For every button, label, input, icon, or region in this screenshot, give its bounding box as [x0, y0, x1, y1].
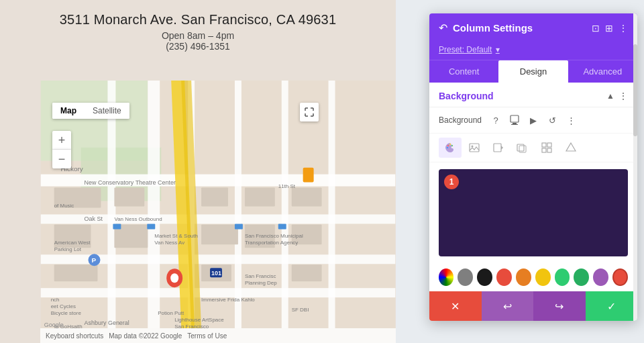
map-zoom-in-button[interactable]: + [52, 131, 71, 150]
preset-label[interactable]: Preset: Default [439, 45, 492, 54]
svg-text:eet Cycles: eet Cycles [51, 303, 76, 309]
color-swatch-rainbow[interactable] [439, 268, 453, 286]
bg-type-pattern[interactable] [535, 138, 558, 158]
tab-content[interactable]: Content [429, 60, 498, 83]
tab-bar: Content Design Advanced [429, 60, 637, 83]
svg-text:Bicycle store: Bicycle store [51, 310, 82, 316]
color-preview-area[interactable]: 1 [439, 169, 628, 256]
svg-rect-27 [292, 264, 322, 281]
svg-rect-20 [201, 188, 228, 207]
bg-cursor-icon[interactable]: ▶ [526, 113, 541, 128]
svg-text:Ashbury General: Ashbury General [85, 320, 129, 326]
svg-point-72 [472, 146, 474, 148]
color-swatch-black[interactable] [477, 268, 492, 286]
color-swatch-yellow[interactable] [535, 268, 551, 286]
svg-text:nch: nch [51, 297, 60, 303]
confirm-button[interactable]: ✓ [586, 291, 638, 321]
svg-text:Lighthouse ArtSpace: Lighthouse ArtSpace [174, 317, 224, 323]
svg-rect-73 [494, 144, 501, 152]
back-icon[interactable]: ↶ [439, 21, 447, 34]
fullscreen-icon [305, 107, 314, 117]
bg-type-slideshow[interactable] [511, 138, 534, 158]
svg-rect-77 [542, 143, 546, 147]
panel-title: Column Settings [453, 22, 533, 34]
map-attribution: Keyboard shortcuts Map data ©2022 Google… [40, 328, 396, 343]
panel-scrollbar[interactable] [633, 13, 637, 321]
svg-rect-23 [245, 188, 275, 207]
bg-type-mask[interactable] [559, 138, 582, 158]
map-type-map[interactable]: Map [52, 103, 85, 119]
color-swatch-dark-green[interactable] [574, 268, 589, 286]
svg-rect-66 [511, 124, 518, 125]
tab-design[interactable]: Design [498, 60, 568, 83]
section-collapse-icon[interactable]: ▲ [606, 91, 614, 101]
map-address: 3511 Monarch Ave. San Francisco, CA 4963… [0, 12, 396, 28]
map-data-text: Map data ©2022 Google [109, 332, 182, 340]
map-type-satellite[interactable]: Satellite [85, 103, 129, 119]
color-swatch-red[interactable] [496, 268, 512, 286]
svg-text:San Francisc: San Francisc [245, 273, 276, 279]
svg-rect-62 [303, 168, 314, 183]
map-zoom-out-button[interactable]: − [52, 150, 71, 168]
terms-link[interactable]: Terms of Use [187, 332, 227, 340]
section-title: Background [439, 91, 494, 101]
panel-title-area: ↶ Column Settings [439, 21, 533, 34]
svg-text:Google: Google [44, 322, 64, 328]
tab-advanced[interactable]: Advanced [568, 60, 637, 83]
panel-preset: Preset: Default ▾ [429, 42, 637, 60]
undo-button[interactable]: ↩ [482, 291, 534, 321]
bg-type-image[interactable] [463, 138, 486, 158]
more-panel-icon[interactable]: ⋮ [619, 23, 628, 34]
expand-panel-icon[interactable]: ⊞ [605, 23, 613, 34]
action-bar: ✕ ↩ ↪ ✓ [429, 291, 637, 321]
svg-text:Planning Dep: Planning Dep [245, 280, 277, 286]
map-type-control[interactable]: Map Satellite [52, 103, 129, 119]
bg-options-icon[interactable]: ⋮ [564, 113, 578, 128]
color-swatch-green[interactable] [555, 268, 570, 286]
svg-text:Van Ness Av: Van Ness Av [154, 240, 184, 246]
keyboard-shortcuts-link[interactable]: Keyboard shortcuts [46, 332, 103, 340]
svg-rect-58 [113, 224, 121, 229]
svg-rect-10 [235, 81, 241, 328]
color-preview-badge: 1 [444, 175, 459, 189]
bg-type-video[interactable] [487, 138, 510, 158]
map-zoom-controls: + − [52, 131, 71, 168]
bg-reset-icon[interactable]: ↺ [545, 113, 559, 128]
svg-marker-81 [566, 143, 576, 151]
svg-rect-60 [235, 224, 243, 229]
svg-text:San Francisco: San Francisco [174, 324, 209, 328]
fullscreen-panel-icon[interactable]: ⊡ [592, 23, 600, 34]
svg-rect-64 [511, 115, 519, 122]
svg-text:Transportation Agency: Transportation Agency [245, 240, 298, 246]
color-swatch-gray[interactable] [458, 268, 473, 286]
color-swatch-red2[interactable] [612, 268, 628, 286]
svg-rect-79 [542, 148, 546, 152]
svg-rect-11 [282, 81, 288, 328]
svg-point-69 [451, 145, 453, 146]
map-header: 3511 Monarch Ave. San Francisco, CA 4963… [0, 12, 396, 52]
svg-text:Market St & South: Market St & South [154, 233, 198, 239]
bg-type-color[interactable] [439, 138, 462, 158]
svg-point-67 [447, 145, 449, 146]
color-swatch-purple[interactable] [593, 268, 608, 286]
section-more-icon[interactable]: ⋮ [619, 91, 628, 101]
svg-text:P: P [92, 256, 97, 264]
bg-help-icon[interactable]: ? [488, 113, 503, 128]
map-fullscreen-button[interactable] [300, 103, 319, 121]
svg-marker-74 [501, 146, 503, 150]
panel-scrollbar-thumb [633, 44, 637, 136]
redo-button[interactable]: ↪ [533, 291, 586, 321]
panel-header: ↶ Column Settings ⊡ ⊞ ⋮ [429, 13, 637, 42]
preset-chevron[interactable]: ▾ [496, 45, 500, 54]
svg-text:Parking Lot: Parking Lot [54, 246, 82, 252]
bg-device-icon[interactable] [507, 113, 522, 128]
svg-text:SF DBI: SF DBI [292, 307, 309, 313]
section-header-actions: ▲ ⋮ [606, 91, 628, 101]
bg-controls-row: Background ? ▶ ↺ ⋮ [429, 107, 637, 134]
svg-text:New Conservatory Theatre Cente: New Conservatory Theatre Center [85, 179, 176, 186]
svg-point-55 [170, 273, 178, 283]
color-swatch-orange[interactable] [516, 268, 531, 286]
svg-rect-21 [201, 224, 238, 244]
cancel-button[interactable]: ✕ [429, 291, 482, 321]
svg-text:Immersive Frida Kahlo: Immersive Frida Kahlo [201, 297, 255, 303]
